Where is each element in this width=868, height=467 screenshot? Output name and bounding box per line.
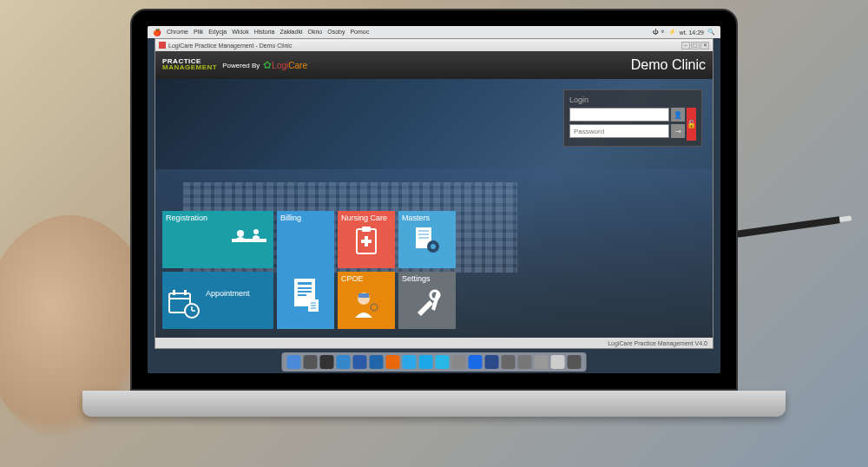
- dock-app-4[interactable]: [353, 355, 367, 369]
- dock-app-10[interactable]: [452, 355, 466, 369]
- dock-app-5[interactable]: [370, 355, 384, 369]
- menu-window[interactable]: Okno: [307, 29, 322, 36]
- invoice-icon: [291, 277, 322, 322]
- svg-rect-6: [184, 290, 187, 295]
- login-button[interactable]: 🔓: [687, 108, 696, 141]
- menu-view[interactable]: Widok: [232, 29, 248, 36]
- svg-point-25: [371, 304, 378, 311]
- login-title: Login: [569, 95, 696, 104]
- minimize-button[interactable]: –: [681, 42, 690, 49]
- titlebar[interactable]: LogiCare Practice Management - Demo Clin…: [155, 39, 713, 51]
- menu-bookmarks[interactable]: Zakładki: [279, 29, 302, 36]
- menu-file[interactable]: Plik: [194, 29, 203, 36]
- unlock-icon: 🔓: [687, 120, 696, 128]
- menu-history[interactable]: Historia: [254, 29, 275, 36]
- dock-app-9[interactable]: [436, 355, 450, 369]
- calendar-clock-icon: [168, 290, 202, 326]
- brand-logo: PRACTICE MANAGEMENT: [162, 59, 217, 71]
- svg-rect-14: [298, 291, 312, 293]
- svg-point-2: [253, 229, 259, 234]
- dock-app-7[interactable]: [403, 355, 417, 369]
- key-icon: ⊸: [671, 124, 685, 138]
- doctor-icon: [350, 290, 381, 326]
- dock-app-14[interactable]: [518, 355, 532, 369]
- login-panel: Login 👤 ⊸: [563, 89, 702, 147]
- app-icon: [159, 42, 166, 49]
- tile-cpoe[interactable]: CPOE: [338, 272, 395, 329]
- dock-app-17[interactable]: [568, 355, 582, 369]
- svg-rect-24: [358, 293, 369, 298]
- tile-masters[interactable]: Masters: [398, 211, 456, 268]
- apple-icon[interactable]: 🍎: [153, 29, 161, 36]
- tile-registration[interactable]: Registration: [162, 211, 273, 268]
- logicare-logo: ✿ LogiCare: [263, 59, 307, 71]
- menu-chrome[interactable]: Chrome: [167, 29, 188, 36]
- tile-nursing-care[interactable]: Nursing Care: [338, 211, 395, 268]
- password-input[interactable]: [569, 124, 669, 138]
- svg-rect-13: [298, 287, 312, 289]
- status-icons: ⏻ ᯤ ⚡: [653, 29, 676, 36]
- svg-point-31: [431, 244, 436, 249]
- svg-point-1: [237, 230, 244, 237]
- username-input[interactable]: [569, 108, 669, 122]
- svg-rect-12: [298, 282, 312, 285]
- content-area: Login 👤 ⊸: [155, 79, 713, 338]
- leaf-icon: ✿: [263, 59, 272, 71]
- dock-app-3[interactable]: [337, 355, 351, 369]
- wrench-screwdriver-icon: [414, 288, 442, 322]
- maximize-button[interactable]: ▢: [691, 42, 700, 49]
- tile-appointment[interactable]: Appointment: [162, 272, 273, 329]
- tile-billing[interactable]: Billing: [277, 211, 334, 329]
- search-icon[interactable]: 🔍: [707, 29, 715, 36]
- svg-rect-5: [173, 290, 175, 295]
- powered-by-label: Powered By: [222, 62, 260, 69]
- app-header: PRACTICE MANAGEMENT Powered By ✿ LogiCar…: [155, 51, 713, 79]
- dock-app-2[interactable]: [320, 355, 334, 369]
- svg-rect-0: [232, 239, 266, 242]
- svg-rect-22: [361, 240, 372, 243]
- dock-app-6[interactable]: [386, 355, 400, 369]
- user-icon: 👤: [671, 108, 685, 122]
- version-label: LogiCare Practice Management V4.0: [608, 340, 707, 346]
- dock-app-13[interactable]: [502, 355, 516, 369]
- registration-icon: [232, 227, 266, 259]
- menu-help[interactable]: Pomoc: [350, 29, 369, 36]
- svg-rect-20: [362, 227, 371, 232]
- clinic-name: Demo Clinic: [631, 57, 706, 73]
- dock-app-12[interactable]: [485, 355, 499, 369]
- document-gear-icon: [414, 226, 442, 261]
- dock-app-8[interactable]: [419, 355, 433, 369]
- dock-app-0[interactable]: [287, 355, 301, 369]
- window-title: LogiCare Practice Management - Demo Clin…: [168, 43, 292, 49]
- dock-app-15[interactable]: [535, 355, 549, 369]
- menu-people[interactable]: Osoby: [327, 29, 345, 36]
- menu-edit[interactable]: Edycja: [208, 29, 227, 36]
- dock: [282, 352, 587, 372]
- dock-app-16[interactable]: [551, 355, 565, 369]
- dock-app-11[interactable]: [469, 355, 483, 369]
- app-window: LogiCare Practice Management - Demo Clin…: [155, 38, 713, 349]
- svg-rect-15: [298, 294, 306, 296]
- mac-menubar: 🍎 Chrome Plik Edycja Widok Historia Zakł…: [148, 26, 720, 38]
- tile-settings[interactable]: Settings: [398, 272, 456, 329]
- close-button[interactable]: ✕: [700, 42, 709, 49]
- clock: wt. 14:29: [680, 30, 704, 36]
- medical-clipboard-icon: [353, 226, 379, 261]
- app-footer: LogiCare Practice Management V4.0: [155, 338, 713, 348]
- laptop-base: [82, 391, 786, 417]
- tiles-grid: Registration Appointment: [162, 211, 456, 329]
- dock-app-1[interactable]: [304, 355, 318, 369]
